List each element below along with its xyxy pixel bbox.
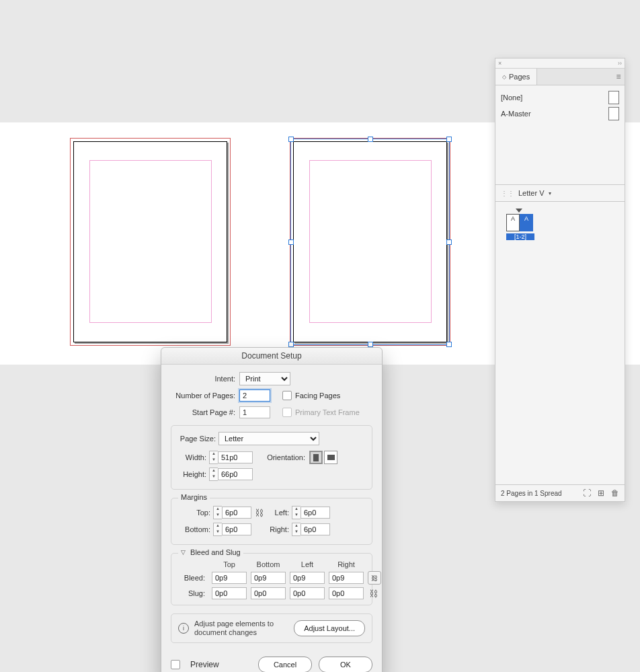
panel-header-bar[interactable]: × ›› bbox=[495, 59, 625, 69]
preview-label: Preview bbox=[190, 660, 219, 669]
spread-label: [1-2] bbox=[506, 233, 534, 240]
dialog-title: Document Setup bbox=[161, 348, 382, 365]
slug-right-input[interactable] bbox=[329, 587, 364, 599]
margin-right-label: Right: bbox=[266, 525, 292, 533]
page-size-group: Page Size: Letter Width: ▲▼ Orientation:… bbox=[171, 425, 372, 490]
col-bottom: Bottom bbox=[251, 560, 286, 568]
bleed-slug-group: ▽ Bleed and Slug Top Bottom Left Right B… bbox=[171, 553, 372, 605]
preview-checkbox[interactable] bbox=[171, 660, 180, 669]
bleed-left-input[interactable] bbox=[290, 572, 325, 584]
height-stepper[interactable]: ▲▼ bbox=[209, 468, 218, 481]
intent-select[interactable]: Print bbox=[239, 372, 290, 385]
bleed-top-input[interactable] bbox=[212, 572, 247, 584]
ok-button[interactable]: OK bbox=[319, 657, 372, 672]
panel-status-text: 2 Pages in 1 Spread bbox=[501, 490, 562, 497]
margins-legend: Margins bbox=[178, 493, 210, 501]
master-none-thumb[interactable] bbox=[608, 91, 619, 104]
document-pages-section: A A [1-2] bbox=[495, 202, 625, 483]
margin-top-label: Top: bbox=[178, 509, 213, 517]
page-thumb-2[interactable]: A bbox=[520, 214, 533, 231]
margins-group: Margins Top: ▲▼ ⛓ Left: ▲▼ Bottom: ▲▼ bbox=[171, 498, 372, 545]
adjust-layout-button[interactable]: Adjust Layout... bbox=[294, 620, 365, 636]
margin-bottom-label: Bottom: bbox=[178, 525, 213, 533]
slug-label: Slug: bbox=[178, 589, 208, 597]
sort-icon: ◇ bbox=[502, 74, 506, 80]
master-none-label: [None] bbox=[501, 94, 522, 102]
slug-link-button[interactable]: ⛓ bbox=[368, 589, 378, 599]
bleed-bottom-input[interactable] bbox=[251, 572, 286, 584]
delete-page-button[interactable]: 🗑 bbox=[611, 488, 619, 498]
page-size-label: Letter V bbox=[518, 189, 545, 197]
tab-pages-label: Pages bbox=[509, 73, 530, 81]
start-page-label: Start Page #: bbox=[171, 408, 239, 416]
chevron-down-icon[interactable]: ▾ bbox=[549, 190, 551, 196]
primary-text-frame-checkbox bbox=[282, 408, 292, 417]
facing-pages-checkbox[interactable] bbox=[282, 391, 292, 400]
facing-pages-label: Facing Pages bbox=[295, 391, 340, 400]
master-a-label: A-Master bbox=[501, 110, 531, 118]
edit-page-size-button[interactable]: ⛶ bbox=[583, 488, 591, 498]
grip-icon: ⋮⋮ bbox=[501, 190, 514, 197]
tab-pages[interactable]: ◇ Pages bbox=[495, 69, 537, 85]
disclosure-icon[interactable]: ▽ bbox=[181, 549, 186, 556]
num-pages-label: Number of Pages: bbox=[171, 391, 239, 400]
margin-right-input[interactable] bbox=[301, 523, 330, 535]
master-none-row[interactable]: [None] bbox=[501, 89, 619, 106]
pages-panel: × ›› ◇ Pages ≡ [None] A-Master ⋮⋮ Letter… bbox=[495, 58, 625, 502]
intent-label: Intent: bbox=[171, 375, 239, 383]
master-a-row[interactable]: A-Master bbox=[501, 106, 619, 122]
margin-top-stepper[interactable]: ▲▼ bbox=[213, 506, 222, 519]
page-thumb-1[interactable]: A bbox=[506, 214, 520, 231]
width-input[interactable] bbox=[218, 451, 253, 463]
bleed-label: Bleed: bbox=[178, 574, 208, 582]
margin-bottom-stepper[interactable]: ▲▼ bbox=[213, 523, 222, 536]
col-right: Right bbox=[329, 560, 364, 568]
height-label: Height: bbox=[178, 470, 209, 478]
orientation-label: Orientation: bbox=[253, 453, 308, 461]
spread-indicator-icon bbox=[516, 209, 522, 213]
masters-section: [None] A-Master bbox=[495, 85, 625, 185]
page-1-margin-guide bbox=[89, 160, 212, 323]
link-margins-icon[interactable]: ⛓ bbox=[251, 508, 266, 518]
col-top: Top bbox=[212, 560, 247, 568]
primary-text-frame-label: Primary Text Frame bbox=[295, 408, 360, 416]
bleed-slug-legend: ▽ Bleed and Slug bbox=[178, 548, 243, 556]
slug-top-input[interactable] bbox=[212, 587, 247, 599]
page-size-label: Page Size: bbox=[178, 435, 218, 443]
bleed-right-input[interactable] bbox=[329, 572, 364, 584]
collapse-icon[interactable]: ›› bbox=[618, 60, 622, 67]
orientation-landscape-button[interactable] bbox=[324, 451, 337, 464]
margin-bottom-input[interactable] bbox=[222, 523, 251, 535]
margin-right-stepper[interactable]: ▲▼ bbox=[292, 523, 301, 536]
width-stepper[interactable]: ▲▼ bbox=[209, 451, 218, 464]
page-size-select[interactable]: Letter bbox=[218, 432, 319, 445]
bleed-link-button[interactable]: ⛓ bbox=[368, 571, 381, 585]
adjust-text: Adjust page elements to document changes bbox=[194, 620, 288, 637]
adjust-layout-row: i Adjust page elements to document chang… bbox=[171, 613, 372, 643]
close-icon[interactable]: × bbox=[498, 60, 502, 67]
margin-left-label: Left: bbox=[266, 509, 292, 517]
page-2-margin-guide bbox=[309, 160, 432, 323]
panel-footer: 2 Pages in 1 Spread ⛶ ⊞ 🗑 bbox=[495, 484, 625, 501]
page-size-row[interactable]: ⋮⋮ Letter V ▾ bbox=[495, 185, 625, 202]
panel-menu-button[interactable]: ≡ bbox=[612, 69, 625, 85]
slug-bottom-input[interactable] bbox=[251, 587, 286, 599]
new-page-button[interactable]: ⊞ bbox=[598, 488, 604, 498]
margin-left-stepper[interactable]: ▲▼ bbox=[292, 506, 301, 519]
slug-left-input[interactable] bbox=[290, 587, 325, 599]
start-page-input[interactable] bbox=[239, 406, 270, 418]
margin-left-input[interactable] bbox=[301, 507, 330, 519]
col-left: Left bbox=[290, 560, 325, 568]
spread-thumb[interactable]: A A bbox=[506, 214, 619, 231]
info-icon: i bbox=[178, 623, 189, 634]
orientation-portrait-button[interactable] bbox=[309, 451, 323, 464]
margin-top-input[interactable] bbox=[222, 507, 251, 519]
master-a-thumb[interactable] bbox=[608, 107, 619, 120]
num-pages-input[interactable] bbox=[239, 389, 270, 402]
height-input[interactable] bbox=[218, 468, 253, 480]
width-label: Width: bbox=[178, 453, 209, 461]
cancel-button[interactable]: Cancel bbox=[258, 657, 312, 672]
document-setup-dialog: Document Setup Intent: Print Number of P… bbox=[161, 347, 383, 672]
